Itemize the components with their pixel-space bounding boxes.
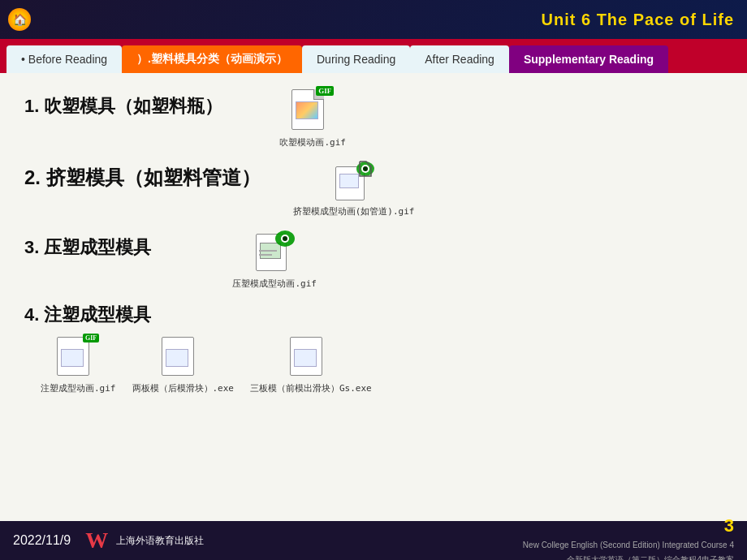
footer-left: 2022/11/9 W 上海外语教育出版社 [13,528,204,554]
tab-supplementary-reading[interactable]: Supplementary Reading [509,45,668,73]
section-4-text: 4. 注塑成型模具 [24,304,151,325]
tab-after-label: After Reading [425,53,494,66]
file-label-4b: 两板模（后模滑块）.exe [132,382,235,394]
file-icon-2[interactable] [332,158,376,202]
tab-before-label: • Before Reading [21,53,107,66]
footer-publisher: 上海外语教育出版社 [116,534,204,548]
svg-point-2 [363,166,368,171]
section-2: 2. 挤塑模具（如塑料管道） 挤塑模成型动画(如管道 [24,162,723,218]
file-group-4b[interactable]: 两板模（后模滑块）.exe [132,334,235,394]
tab-popup-label: ）.塑料模具分类（动画演示） [136,52,287,67]
section-1-text: 1. 吹塑模具（如塑料瓶） [24,94,222,118]
tab-popup[interactable]: ）.塑料模具分类（动画演示） [122,45,302,73]
tab-during-label: During Reading [317,53,395,66]
gif-badge-1: GIF [316,86,334,96]
file-label-4c: 三板模（前模出滑块）Gs.exe [250,382,372,394]
file-label-3: 压塑模成型动画.gif [232,278,317,290]
file-group-4a[interactable]: GIF 注塑成型动画.gif [41,334,116,394]
tab-before-reading[interactable]: • Before Reading [6,45,122,73]
main-content: 1. 吹塑模具（如塑料瓶） GIF 吹塑模动画.gif 2. 挤塑模具（如塑料管… [0,73,747,521]
section-1: 1. 吹塑模具（如塑料瓶） GIF 吹塑模动画.gif [24,89,723,149]
file-icon-3[interactable] [253,227,296,274]
section-2-text: 2. 挤塑模具（如塑料管道） [24,165,261,191]
header-title: Unit 6 The Pace of Life [542,11,734,29]
publisher-logo: W [85,528,108,554]
tab-during-reading[interactable]: During Reading [302,45,410,73]
footer: 2022/11/9 W 上海外语教育出版社 3 New College Engl… [0,521,747,560]
header: 🏠 Unit 6 The Pace of Life [0,0,747,39]
course-info-1: New College English (Second Edition) Int… [523,541,734,549]
file-label-2: 挤塑模成型动画(如管道).gif [293,205,415,218]
footer-date: 2022/11/9 [13,533,71,548]
page-number: 3 [523,515,734,536]
course-info-2: 全新版大学英语（第二版）综合教程4电子教案 [567,555,734,560]
file-group-4c[interactable]: 三板模（前模出滑块）Gs.exe [250,334,372,394]
section-3-text: 3. 压塑成型模具 [24,235,151,260]
nav-tabs: • Before Reading ）.塑料模具分类（动画演示） During R… [0,39,747,73]
tab-after-reading[interactable]: After Reading [410,45,509,73]
svg-point-5 [283,236,287,241]
section-4: 4. 注塑成型模具 GIF 注塑成型动画.gif [24,303,723,394]
footer-right: 3 New College English (Second Edition) I… [523,515,734,560]
logo-icon: 🏠 [8,8,31,31]
file-label-4a: 注塑成型动画.gif [41,382,116,394]
section-3: 3. 压塑成型模具 压塑模成型 [24,230,723,290]
file-icon-1[interactable]: GIF [291,86,334,133]
file-label-1: 吹塑模动画.gif [279,136,346,149]
tab-supplementary-label: Supplementary Reading [524,53,654,66]
